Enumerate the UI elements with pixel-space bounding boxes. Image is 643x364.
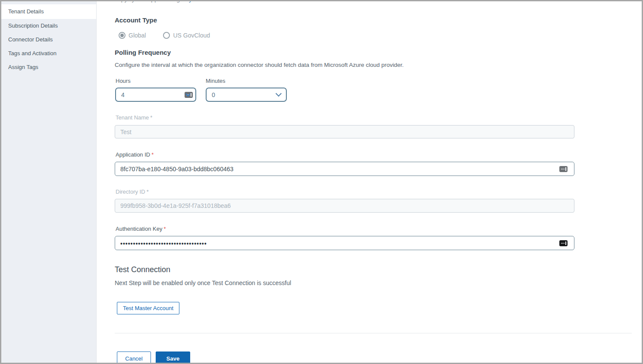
- application-id-input-wrap: [115, 162, 574, 176]
- save-button[interactable]: Save: [156, 351, 190, 364]
- tenant-name-label: Tenant Name*: [116, 114, 152, 121]
- authentication-key-label: Authentication Key*: [116, 226, 166, 232]
- polling-frequency-description: Configure the interval at which the orga…: [115, 62, 404, 68]
- polling-frequency-heading: Polling Frequency: [115, 49, 171, 56]
- cancel-button[interactable]: Cancel: [117, 351, 151, 364]
- test-connection-heading: Test Connection: [115, 265, 170, 274]
- authentication-key-input-wrap: [115, 236, 574, 250]
- radio-label-us-govcloud: US GovCloud: [173, 32, 210, 39]
- account-type-heading: Account Type: [115, 16, 157, 24]
- keyboard-icon[interactable]: [185, 92, 193, 98]
- minutes-select-wrap: [206, 88, 287, 102]
- sidebar-item-tenant-details[interactable]: Tenant Details: [1, 4, 96, 19]
- hours-input-wrap: [115, 88, 196, 102]
- test-master-account-button[interactable]: Test Master Account: [117, 302, 179, 314]
- radio-option-global: Global: [119, 32, 146, 39]
- keyboard-icon[interactable]: [559, 166, 568, 172]
- test-connection-subtitle: Next Step will be enabled only once Test…: [115, 279, 291, 286]
- wizard-sidebar: Tenant Details Subscription Details Conn…: [1, 1, 97, 363]
- radio-label-global: Global: [129, 32, 146, 39]
- required-asterisk: *: [151, 151, 154, 158]
- radio-selected-icon: [119, 32, 125, 39]
- sidebar-item-connector-details[interactable]: Connector Details: [1, 33, 96, 47]
- directory-id-input: [115, 199, 574, 213]
- required-asterisk: *: [150, 114, 152, 121]
- required-asterisk: *: [147, 188, 149, 195]
- app-window: Tenant Details Subscription Details Conn…: [0, 0, 643, 364]
- minutes-select[interactable]: [206, 88, 287, 102]
- tenant-name-input-wrap: [115, 125, 574, 138]
- sidebar-item-subscription-details[interactable]: Subscription Details: [1, 19, 96, 33]
- sidebar-item-tags-and-activation[interactable]: Tags and Activation: [1, 47, 96, 60]
- radio-option-us-govcloud: US GovCloud: [163, 32, 210, 39]
- required-asterisk: *: [163, 226, 166, 232]
- clipped-text-fragment: copy your app settingsy: [115, 1, 313, 3]
- radio-unselected-icon: [163, 32, 170, 39]
- tenant-name-input: [115, 125, 574, 138]
- authentication-key-input[interactable]: [115, 236, 574, 250]
- hours-input[interactable]: [115, 88, 196, 102]
- hours-label: Hours: [116, 78, 131, 84]
- sidebar-item-assign-tags[interactable]: Assign Tags: [1, 60, 96, 74]
- directory-id-input-wrap: [115, 199, 574, 213]
- directory-id-label: Directory ID*: [116, 188, 149, 195]
- tenant-details-form: copy your app settingsy Account Type Glo…: [97, 1, 642, 363]
- keyboard-icon[interactable]: [559, 240, 568, 246]
- minutes-label: Minutes: [206, 78, 226, 84]
- application-id-input[interactable]: [115, 162, 574, 176]
- application-id-label: Application ID*: [116, 151, 154, 158]
- footer-divider: [115, 333, 632, 333]
- account-type-radio-group: Global US GovCloud: [119, 32, 227, 39]
